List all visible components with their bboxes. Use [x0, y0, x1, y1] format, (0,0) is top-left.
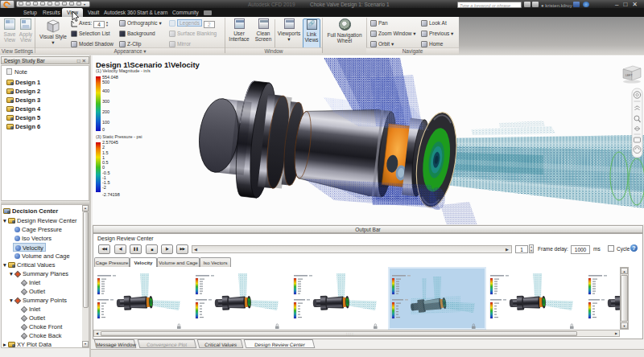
svg-text:LEFT: LEFT [625, 74, 633, 77]
